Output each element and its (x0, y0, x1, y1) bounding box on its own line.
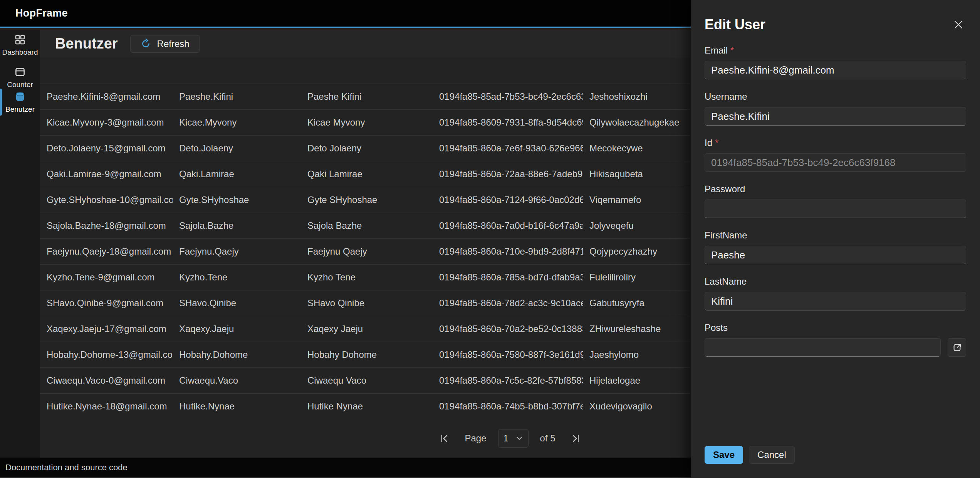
counter-icon (14, 66, 26, 78)
username-field[interactable] (705, 107, 966, 126)
cell-id: 0194fa85-860a-72aa-88e6-7adeb902… (433, 169, 583, 179)
cell-username: Kyzho.Tene (173, 272, 301, 283)
last-page-button[interactable] (567, 429, 585, 447)
cell-email: Qaki.Lamirae-9@gmail.com (40, 169, 173, 179)
grid-icon (14, 34, 26, 45)
save-button[interactable]: Save (705, 446, 743, 464)
cell-email: SHavo.Qinibe-9@gmail.com (40, 298, 173, 309)
database-icon (14, 91, 26, 102)
cell-username: SHavo.Qinibe (173, 298, 301, 309)
first-page-button[interactable] (435, 429, 453, 447)
field-label: Posts (705, 322, 728, 333)
cell-id: 0194fa85-860a-78d2-ac3c-9c10ace6… (433, 298, 583, 309)
form-field: Email* (705, 45, 966, 79)
page-label: Page (465, 433, 486, 444)
cell-username: Xaqexy.Jaeju (173, 324, 301, 334)
drawer-header: Edit User (705, 16, 966, 33)
lastname-field[interactable] (705, 292, 966, 310)
sidebar-item-label: Benutzer (5, 105, 35, 114)
cell-id: 0194fa85-860a-74b5-b8bd-307bf7ea… (433, 401, 583, 412)
cell-id: 0194fa85-860a-7580-887f-3e161d9b… (433, 349, 583, 360)
active-indicator (0, 89, 2, 116)
cell-username: Hobahy.Dohome (173, 349, 301, 360)
cell-name: Gyte SHyhoshae (301, 195, 433, 205)
refresh-icon (141, 39, 151, 49)
form-field: Username* (705, 91, 966, 126)
password-field[interactable] (705, 200, 966, 218)
cell-id: 0194fa85-860a-785a-bd7d-dfab9a3f… (433, 272, 583, 283)
cell-id: 0194fa85-85ad-7b53-bc49-2ec6c63f… (433, 91, 583, 102)
page-select[interactable]: 1 (498, 429, 529, 448)
cell-email: Faejynu.Qaejy-18@gmail.com (40, 246, 173, 257)
drawer-actions: Save Cancel (705, 446, 795, 464)
refresh-label: Refresh (157, 39, 190, 49)
sidebar: Dashboard Counter Benutzer (0, 30, 40, 458)
cell-name: SHavo Qinibe (301, 298, 433, 309)
cell-name: Hutike Nynae (301, 401, 433, 412)
sidebar-item-benutzer[interactable]: Benutzer (0, 90, 40, 114)
cell-username: Faejynu.Qaejy (173, 246, 301, 257)
cell-username: Deto.Jolaeny (173, 143, 301, 154)
sidebar-item-counter[interactable]: Counter (0, 65, 40, 90)
field-label: Username (705, 91, 747, 102)
required-asterisk: * (730, 45, 734, 55)
form-field: Password* (705, 183, 966, 218)
cell-name: Qaki Lamirae (301, 169, 433, 179)
cell-email: Xaqexy.Jaeju-17@gmail.com (40, 324, 173, 334)
field-label: FirstName (705, 230, 747, 240)
chevron-down-icon (515, 434, 523, 442)
cell-username: Kicae.Myvony (173, 117, 301, 128)
sidebar-item-label: Counter (7, 81, 33, 89)
field-label: Email (705, 45, 728, 55)
close-button[interactable] (951, 17, 966, 32)
open-posts-button[interactable] (948, 338, 966, 357)
page-title: Benutzer (55, 35, 118, 52)
required-asterisk: * (715, 138, 718, 148)
field-label: Password (705, 184, 745, 194)
cell-email: Ciwaequ.Vaco-0@gmail.com (40, 375, 173, 386)
form-field: LastName* (705, 276, 966, 310)
sidebar-item-label: Dashboard (2, 48, 38, 57)
cell-username: Qaki.Lamirae (173, 169, 301, 179)
edit-user-form: Email* Username* (705, 45, 966, 357)
cell-name: Kyzho Tene (301, 272, 433, 283)
cell-email: Gyte.SHyhoshae-10@gmail.com (40, 195, 173, 205)
cell-name: Faejynu Qaejy (301, 246, 433, 257)
cell-email: Kyzho.Tene-9@gmail.com (40, 272, 173, 283)
cell-id: 0194fa85-860a-7c5c-82fe-57bf8583… (433, 375, 583, 386)
close-icon (953, 19, 964, 30)
cell-name: Ciwaequ Vaco (301, 375, 433, 386)
last-page-icon (571, 433, 581, 444)
id-field (705, 153, 966, 172)
cell-email: Hutike.Nynae-18@gmail.com (40, 401, 173, 412)
cell-id: 0194fa85-860a-7e6f-93a0-626e9663… (433, 143, 583, 154)
form-field: Posts* (705, 322, 966, 357)
refresh-button[interactable]: Refresh (130, 35, 200, 53)
page-total-label: of 5 (540, 433, 555, 444)
cell-name: Hobahy Dohome (301, 349, 433, 360)
sidebar-nav: Dashboard Counter Benutzer (0, 30, 40, 114)
cell-id: 0194fa85-860a-7124-9f66-0ac02d68… (433, 195, 583, 205)
edit-user-drawer: Edit User Email* (691, 0, 980, 478)
documentation-link[interactable]: Documentation and source code (5, 463, 128, 473)
cell-name: Deto Jolaeny (301, 143, 433, 154)
cell-username: Sajola.Bazhe (173, 220, 301, 231)
cell-name: Sajola Bazhe (301, 220, 433, 231)
cancel-button[interactable]: Cancel (749, 446, 795, 464)
cell-id: 0194fa85-8609-7931-8ffa-9d54dc69… (433, 117, 583, 128)
cell-id: 0194fa85-860a-70a2-be52-0c13883d… (433, 324, 583, 334)
field-label: LastName (705, 276, 747, 287)
first-page-icon (439, 433, 450, 444)
form-field: FirstName* (705, 230, 966, 264)
firstname-field[interactable] (705, 246, 966, 264)
form-field: Id* (705, 137, 966, 172)
email-field[interactable] (705, 61, 966, 79)
cell-id: 0194fa85-860a-7a0d-b16f-6c47a9ae… (433, 220, 583, 231)
cell-name: Paeshe Kifini (301, 91, 433, 102)
sidebar-item-dashboard[interactable]: Dashboard (0, 33, 40, 57)
cell-id: 0194fa85-860a-710e-9bd9-2d8f4718… (433, 246, 583, 257)
cell-username: Paeshe.Kifini (173, 91, 301, 102)
cell-name: Xaqexy Jaeju (301, 324, 433, 334)
posts-field[interactable] (705, 338, 941, 357)
cell-username: Hutike.Nynae (173, 401, 301, 412)
